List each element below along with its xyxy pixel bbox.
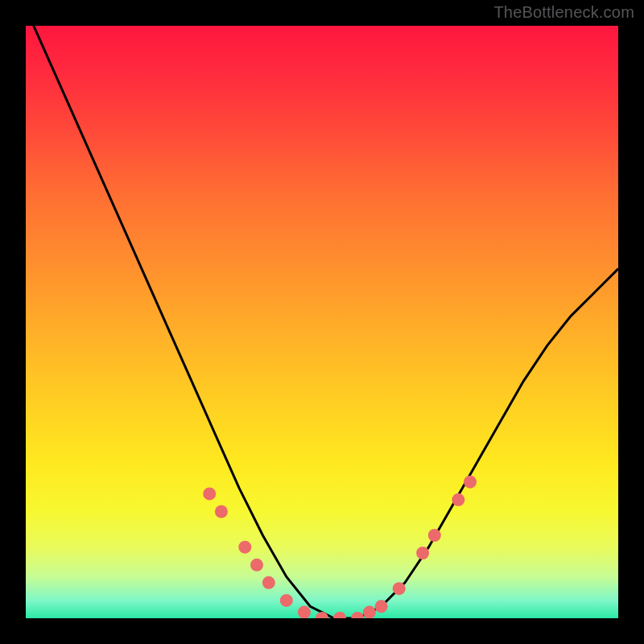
plot-area [26, 26, 618, 618]
outer-frame: TheBottleneck.com [0, 0, 644, 644]
curve-point [203, 487, 216, 500]
curve-point [280, 594, 293, 607]
watermark-text: TheBottleneck.com [493, 3, 634, 22]
curve-point [351, 612, 364, 618]
curve-point [262, 576, 275, 589]
curve-point [298, 606, 311, 618]
curve-point [215, 506, 228, 518]
bottleneck-curve [26, 26, 618, 618]
curve-point [428, 529, 441, 542]
curve-point [393, 582, 406, 595]
curve-point [316, 612, 328, 618]
curve-line [26, 26, 618, 618]
curve-point [363, 606, 376, 618]
curve-point [452, 493, 464, 506]
curve-point [416, 547, 429, 559]
curve-point [333, 612, 346, 618]
curve-svg [26, 26, 618, 618]
curve-point [250, 559, 263, 572]
curve-point [464, 476, 477, 489]
curve-point [375, 600, 388, 613]
curve-point [238, 541, 251, 554]
